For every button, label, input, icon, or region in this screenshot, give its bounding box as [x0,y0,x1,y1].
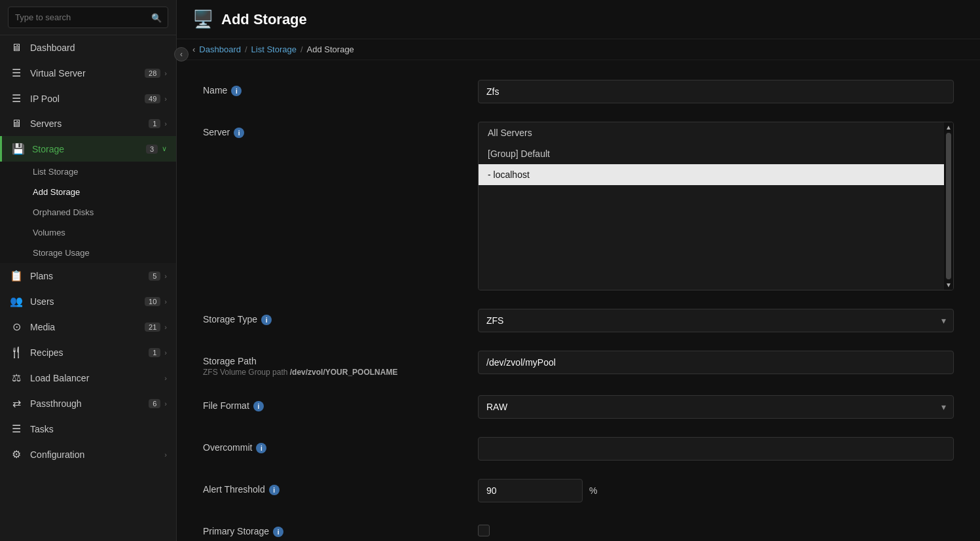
server-label: Server i [203,122,478,138]
sidebar-item-label: Dashboard [30,43,167,53]
chevron-right-icon: › [164,298,167,305]
search-bar: 🔍 [0,0,176,35]
file-format-control: RAW QCOW2 [478,395,954,419]
page-header-icon: 🖥️ [192,9,213,29]
server-scrollbar: ▲ ▼ [944,122,953,290]
submenu-orphaned-disks[interactable]: Orphaned Disks [0,202,176,222]
breadcrumb-collapse-icon[interactable]: ‹ [192,44,195,54]
server-list-scroll[interactable]: All Servers [Group] Default - localhost [479,122,953,185]
sidebar-item-label: Tasks [30,424,167,434]
breadcrumb-dashboard[interactable]: Dashboard [199,44,241,54]
virtual-server-badge: 28 [145,69,160,78]
alert-threshold-control: % [478,479,954,502]
server-control: All Servers [Group] Default - localhost … [478,122,954,290]
breadcrumb-sep-2: / [300,44,303,54]
storage-type-info-icon[interactable]: i [261,315,272,325]
sidebar-item-ip-pool[interactable]: ☰ IP Pool 49 › [0,86,176,111]
virtual-server-icon: ☰ [9,67,24,79]
form-row-overcommit: Overcommit i [203,437,954,461]
storage-path-input[interactable] [478,351,954,374]
sidebar: 🔍 🖥 Dashboard ☰ Virtual Server 28 › ☰ IP… [0,0,177,541]
storage-type-select[interactable]: ZFS LVM Dir NFS CEPH [478,309,954,332]
overcommit-input[interactable] [478,437,954,461]
name-control [478,80,954,103]
storage-type-label: Storage Type i [203,309,478,325]
sidebar-item-configuration[interactable]: ⚙ Configuration › [0,442,176,467]
dashboard-icon: 🖥 [9,42,24,54]
breadcrumb-sep-1: / [245,44,247,54]
submenu-add-storage[interactable]: Add Storage [0,182,176,202]
storage-type-select-wrapper: ZFS LVM Dir NFS CEPH [478,309,954,332]
file-format-label: File Format i [203,395,478,411]
sidebar-item-plans[interactable]: 📋 Plans 5 › [0,263,176,288]
name-info-icon[interactable]: i [231,86,242,96]
form-row-name: Name i [203,80,954,103]
sidebar-item-users[interactable]: 👥 Users 10 › [0,288,176,314]
passthrough-badge: 6 [149,399,160,408]
form-area: Name i Server i All Servers [Group] Defa… [177,60,980,541]
file-format-info-icon[interactable]: i [253,401,264,411]
plans-icon: 📋 [9,270,24,282]
server-option-localhost[interactable]: - localhost [479,164,953,185]
sidebar-item-tasks[interactable]: ☰ Tasks [0,416,176,442]
sidebar-item-label: Recipes [30,347,149,358]
submenu-list-storage[interactable]: List Storage [0,162,176,182]
storage-path-label: Storage Path ZFS Volume Group path /dev/… [203,351,478,377]
primary-storage-info-icon[interactable]: i [273,527,283,537]
file-format-select-wrapper: RAW QCOW2 [478,395,954,419]
media-icon: ⊙ [9,321,24,333]
configuration-icon: ⚙ [9,448,24,461]
name-input[interactable] [478,80,954,103]
scroll-up-icon[interactable]: ▲ [945,124,952,131]
page-header: 🖥️ Add Storage [177,0,980,39]
alert-threshold-group: % [478,479,954,502]
storage-path-control [478,351,954,374]
primary-storage-control [478,521,954,536]
alert-threshold-info-icon[interactable]: i [269,485,280,495]
sidebar-item-recipes[interactable]: 🍴 Recipes 1 › [0,340,176,365]
overcommit-info-icon[interactable]: i [256,443,266,453]
sidebar-collapse-button[interactable]: ‹ [174,47,189,61]
sidebar-item-servers[interactable]: 🖥 Servers 1 › [0,111,176,136]
overcommit-control [478,437,954,461]
alert-threshold-input[interactable] [478,479,583,502]
users-icon: 👥 [9,295,24,307]
overcommit-label: Overcommit i [203,437,478,453]
submenu-volumes[interactable]: Volumes [0,222,176,243]
recipes-icon: 🍴 [9,346,24,358]
sidebar-item-load-balancer[interactable]: ⚖ Load Balancer › [0,365,176,391]
primary-storage-checkbox[interactable] [478,525,490,536]
sidebar-item-virtual-server[interactable]: ☰ Virtual Server 28 › [0,60,176,86]
sidebar-item-storage[interactable]: 💾 Storage 3 ∨ [0,136,176,162]
alert-threshold-label: Alert Threshold i [203,479,478,495]
storage-submenu: List Storage Add Storage Orphaned Disks … [0,162,176,263]
sidebar-item-passthrough[interactable]: ⇄ Passthrough 6 › [0,391,176,416]
sidebar-item-dashboard[interactable]: 🖥 Dashboard [0,35,176,60]
passthrough-icon: ⇄ [9,397,24,410]
media-badge: 21 [145,323,160,332]
scroll-down-icon[interactable]: ▼ [945,281,952,288]
file-format-select[interactable]: RAW QCOW2 [478,395,954,419]
search-input[interactable] [8,7,168,28]
breadcrumb-list-storage[interactable]: List Storage [251,44,297,54]
sidebar-item-label: Media [30,322,145,332]
submenu-storage-usage[interactable]: Storage Usage [0,243,176,263]
chevron-right-icon: › [164,272,167,280]
server-info-icon[interactable]: i [234,128,244,138]
ip-pool-badge: 49 [145,94,160,103]
storage-type-control: ZFS LVM Dir NFS CEPH [478,309,954,332]
chevron-right-icon: › [164,120,167,128]
chevron-right-icon: › [164,374,167,382]
chevron-right-icon: › [164,95,167,103]
sidebar-item-media[interactable]: ⊙ Media 21 › [0,314,176,340]
sidebar-item-label: Passthrough [30,398,149,409]
users-badge: 10 [145,297,160,306]
server-option-all[interactable]: All Servers [479,122,953,143]
server-option-group-default[interactable]: [Group] Default [479,143,953,164]
servers-badge: 1 [149,119,160,128]
storage-badge: 3 [146,145,158,154]
chevron-down-icon: ∨ [162,145,167,153]
server-list-box: All Servers [Group] Default - localhost … [478,122,954,290]
percent-label: % [589,485,597,496]
breadcrumb-current: Add Storage [307,44,354,54]
